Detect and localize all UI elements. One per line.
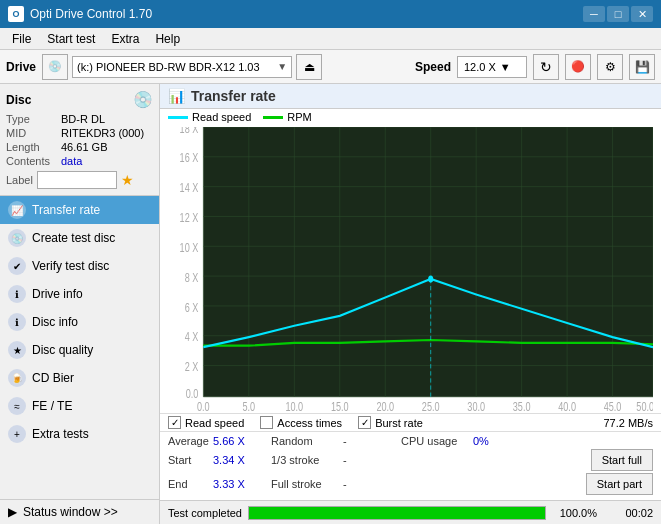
progress-pct: 100.0%: [552, 507, 597, 519]
x-label-20: 20.0: [376, 399, 394, 411]
x-label-15: 15.0: [331, 399, 349, 411]
chart-controls: Read speed Access times Burst rate 77.2 …: [160, 413, 661, 431]
x-label-45: 45.0: [604, 399, 622, 411]
drive-icon-btn[interactable]: 💿: [42, 54, 68, 80]
disc-header: Disc 💿: [6, 90, 153, 109]
cb-burst-rate: Burst rate: [358, 416, 423, 429]
drive-combo-arrow: ▼: [277, 61, 287, 72]
title-bar: O Opti Drive Control 1.70 ─ □ ✕: [0, 0, 661, 28]
stats-mid-label-1-3-stroke: 1/3 stroke: [263, 454, 343, 466]
cb-read-speed-box[interactable]: [168, 416, 181, 429]
stats-mid-value-1-3-stroke: -: [343, 454, 393, 466]
stats-label-start: Start: [168, 454, 213, 466]
speed-label: Speed: [415, 60, 451, 74]
chart-area: 18 X 16 X 14 X 12 X 10 X 8 X 6 X 4 X 2 X…: [160, 123, 661, 413]
start-part-button[interactable]: Start part: [586, 473, 653, 495]
burst-rate-value: 77.2 MB/s: [603, 417, 653, 429]
x-label-50: 50.0 GB: [636, 399, 653, 411]
start-part-btn-wrapper: Start part: [586, 473, 653, 495]
nav-label-verify-test-disc: Verify test disc: [32, 259, 109, 273]
disc-title: Disc: [6, 93, 31, 107]
stats-row-start: Start 3.34 X 1/3 stroke - Start full: [168, 449, 653, 471]
extra-tests-icon: +: [8, 425, 26, 443]
x-label-10: 10.0: [285, 399, 303, 411]
chart-legend: Read speed RPM: [160, 109, 661, 123]
burn-btn[interactable]: 🔴: [565, 54, 591, 80]
legend-read-speed: Read speed: [168, 111, 251, 123]
stats-label-average: Average: [168, 435, 213, 447]
legend-label-rpm: RPM: [287, 111, 311, 123]
maximize-button[interactable]: □: [607, 6, 629, 22]
start-full-button[interactable]: Start full: [591, 449, 653, 471]
sidebar-item-disc-quality[interactable]: ★ Disc quality: [0, 336, 159, 364]
menu-extra[interactable]: Extra: [103, 30, 147, 48]
disc-length-label: Length: [6, 141, 61, 153]
close-button[interactable]: ✕: [631, 6, 653, 22]
sidebar-item-extra-tests[interactable]: + Extra tests: [0, 420, 159, 448]
disc-icon-btn[interactable]: 💿: [133, 90, 153, 109]
verify-test-disc-icon: ✔: [8, 257, 26, 275]
app-title: Opti Drive Control 1.70: [30, 7, 152, 21]
nav-label-drive-info: Drive info: [32, 287, 83, 301]
label-input[interactable]: [37, 171, 117, 189]
menu-file[interactable]: File: [4, 30, 39, 48]
sidebar-item-cd-bier[interactable]: 🍺 CD Bier: [0, 364, 159, 392]
chart-svg: 18 X 16 X 14 X 12 X 10 X 8 X 6 X 4 X 2 X…: [168, 127, 653, 411]
y-label-8x: 8 X: [185, 270, 199, 284]
disc-mid-row: MID RITEKDR3 (000): [6, 127, 153, 139]
disc-panel: Disc 💿 Type BD-R DL MID RITEKDR3 (000) L…: [0, 84, 159, 196]
chart-bg: [203, 127, 653, 397]
tr-title: Transfer rate: [191, 88, 276, 104]
speed-value: 12.0 X: [464, 61, 496, 73]
star-icon[interactable]: ★: [121, 172, 134, 188]
nav-label-cd-bier: CD Bier: [32, 371, 74, 385]
cd-bier-icon: 🍺: [8, 369, 26, 387]
x-label-40: 40.0: [558, 399, 576, 411]
stats-value-start: 3.34 X: [213, 454, 263, 466]
nav-label-disc-quality: Disc quality: [32, 343, 93, 357]
disc-info-icon: ℹ: [8, 313, 26, 331]
sidebar-item-fe-te[interactable]: ≈ FE / TE: [0, 392, 159, 420]
sidebar-item-disc-info[interactable]: ℹ Disc info: [0, 308, 159, 336]
sidebar-status: ▶ Status window >>: [0, 499, 159, 524]
save-btn[interactable]: 💾: [629, 54, 655, 80]
drive-info-icon: ℹ: [8, 285, 26, 303]
x-label-35: 35.0: [513, 399, 531, 411]
y-label-10x: 10 X: [180, 240, 199, 254]
eject-btn[interactable]: ⏏: [296, 54, 322, 80]
settings-btn[interactable]: ⚙: [597, 54, 623, 80]
sidebar-item-verify-test-disc[interactable]: ✔ Verify test disc: [0, 252, 159, 280]
disc-contents-label: Contents: [6, 155, 61, 167]
refresh-btn[interactable]: ↻: [533, 54, 559, 80]
minimize-button[interactable]: ─: [583, 6, 605, 22]
tr-header: 📊 Transfer rate: [160, 84, 661, 109]
content-panel: 📊 Transfer rate Read speed RPM: [160, 84, 661, 524]
disc-quality-icon: ★: [8, 341, 26, 359]
nav-label-fe-te: FE / TE: [32, 399, 72, 413]
nav-label-transfer-rate: Transfer rate: [32, 203, 100, 217]
menu-start-test[interactable]: Start test: [39, 30, 103, 48]
y-label-16x: 16 X: [180, 151, 199, 165]
cb-read-speed-label: Read speed: [185, 417, 244, 429]
disc-length-value: 46.61 GB: [61, 141, 107, 153]
x-label-25: 25.0: [422, 399, 440, 411]
label-text: Label: [6, 174, 33, 186]
disc-length-row: Length 46.61 GB: [6, 141, 153, 153]
speed-combo[interactable]: 12.0 X ▼: [457, 56, 527, 78]
disc-type-row: Type BD-R DL: [6, 113, 153, 125]
stats-right-label-cpu: CPU usage: [393, 435, 473, 447]
sidebar-item-create-test-disc[interactable]: 💿 Create test disc: [0, 224, 159, 252]
disc-contents-value[interactable]: data: [61, 155, 82, 167]
sidebar-item-drive-info[interactable]: ℹ Drive info: [0, 280, 159, 308]
sidebar-item-transfer-rate[interactable]: 📈 Transfer rate: [0, 196, 159, 224]
stats-right-value-cpu: 0%: [473, 435, 653, 447]
legend-color-rpm: [263, 116, 283, 119]
cb-access-times-box[interactable]: [260, 416, 273, 429]
stats-row-end: End 3.33 X Full stroke - Start part: [168, 473, 653, 495]
menu-help[interactable]: Help: [147, 30, 188, 48]
create-test-disc-icon: 💿: [8, 229, 26, 247]
status-window-item[interactable]: ▶ Status window >>: [0, 500, 159, 524]
transfer-rate-icon: 📈: [8, 201, 26, 219]
drive-combo[interactable]: (k:) PIONEER BD-RW BDR-X12 1.03 ▼: [72, 56, 292, 78]
cb-burst-rate-box[interactable]: [358, 416, 371, 429]
